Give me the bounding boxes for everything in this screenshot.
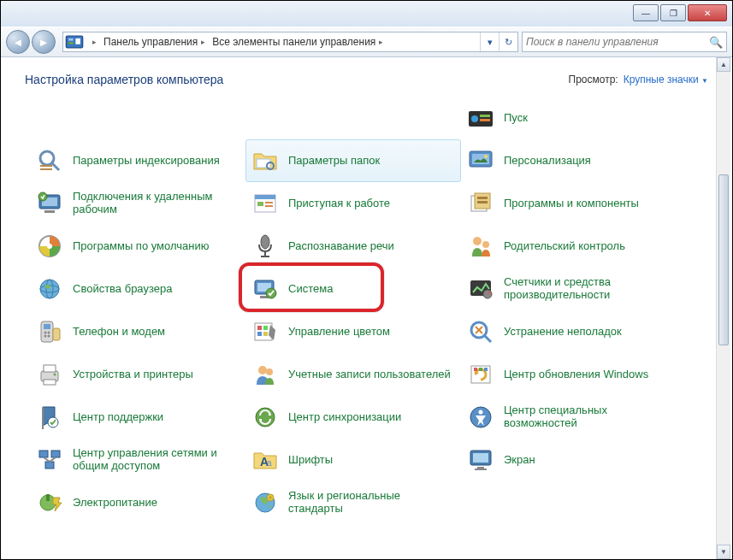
refresh-button[interactable]: ↻ bbox=[499, 32, 517, 51]
control-panel-item[interactable]: Приступая к работе bbox=[245, 182, 461, 225]
svg-rect-76 bbox=[39, 451, 48, 457]
control-panel-item[interactable]: Экран bbox=[461, 439, 677, 481]
item-label: Персонализация bbox=[504, 155, 591, 168]
svg-rect-58 bbox=[263, 332, 268, 336]
forward-button[interactable]: ► bbox=[32, 30, 56, 54]
programs-icon bbox=[466, 189, 495, 218]
control-panel-item[interactable]: Центр синхронизации bbox=[245, 396, 461, 439]
svg-point-16 bbox=[484, 155, 488, 158]
svg-rect-28 bbox=[477, 197, 488, 199]
search-input[interactable] bbox=[526, 36, 709, 48]
breadcrumb-seg2[interactable]: Все элементы панели управления▸ bbox=[209, 32, 387, 51]
nav-arrows: ◄ ► bbox=[6, 30, 59, 54]
back-button[interactable]: ◄ bbox=[6, 30, 30, 54]
item-label: Телефон и модем bbox=[73, 326, 165, 339]
svg-line-60 bbox=[484, 335, 491, 342]
svg-rect-11 bbox=[40, 168, 52, 170]
items-area: ПускПараметры индексированияПараметры па… bbox=[1, 97, 732, 559]
search-box[interactable]: 🔍 bbox=[522, 32, 727, 52]
control-panel-item[interactable] bbox=[30, 97, 245, 114]
item-label: Центр управления сетями и общим доступом bbox=[73, 447, 240, 473]
perf-icon bbox=[466, 274, 495, 304]
control-panel-item[interactable]: Язык и региональные стандарты bbox=[245, 481, 461, 524]
close-button[interactable]: ✕ bbox=[688, 4, 727, 21]
search-icon bbox=[35, 146, 64, 175]
control-panel-item[interactable]: Параметры индексирования bbox=[30, 139, 245, 182]
svg-rect-1 bbox=[68, 38, 74, 41]
view-dropdown[interactable]: Крупные значки ▼ bbox=[624, 74, 708, 85]
item-label: Устранение неполадок bbox=[504, 326, 622, 339]
control-panel-item[interactable]: Система bbox=[245, 268, 461, 310]
minimize-button[interactable]: — bbox=[633, 4, 659, 21]
update-icon bbox=[466, 360, 495, 389]
control-panel-item[interactable]: Центр специальных возможностей bbox=[461, 396, 677, 439]
svg-line-9 bbox=[52, 163, 59, 170]
control-panel-item[interactable]: Программы и компоненты bbox=[461, 182, 677, 225]
vertical-scrollbar[interactable]: ▲ ▼ bbox=[716, 57, 730, 559]
svg-point-8 bbox=[40, 151, 54, 165]
item-label: Управление цветом bbox=[288, 326, 390, 339]
control-panel-item[interactable]: Пуск bbox=[461, 97, 677, 139]
display-icon bbox=[466, 445, 495, 475]
control-panel-item[interactable]: Параметры папок bbox=[245, 139, 461, 182]
svg-rect-57 bbox=[257, 332, 262, 336]
item-label: Устройства и принтеры bbox=[73, 368, 193, 381]
item-label: Учетные записи пользователей bbox=[288, 368, 451, 381]
control-panel-item[interactable]: Центр обновления Windows bbox=[461, 353, 677, 396]
control-panel-item[interactable]: Распознавание речи bbox=[245, 225, 461, 268]
address-bar[interactable]: ▸ Панель управления▸ Все элементы панели… bbox=[62, 32, 518, 52]
control-panel-item[interactable]: Устройства и принтеры bbox=[30, 353, 245, 396]
svg-line-79 bbox=[44, 457, 50, 462]
control-panel-item[interactable]: Родительский контроль bbox=[461, 225, 677, 268]
svg-point-49 bbox=[44, 332, 47, 334]
control-panel-item[interactable]: Подключения к удаленным рабочим bbox=[30, 182, 245, 225]
control-panel-item[interactable]: Свойства браузера bbox=[30, 268, 245, 310]
control-panel-item[interactable]: Персонализация bbox=[461, 139, 677, 182]
control-panel-item[interactable]: Центр управления сетями и общим доступом bbox=[30, 439, 245, 481]
control-panel-item[interactable]: AaШрифты bbox=[245, 439, 461, 481]
control-panel-window: — ❐ ✕ ◄ ► ▸ Панель управления▸ Все элеме… bbox=[0, 0, 733, 560]
control-panel-item[interactable] bbox=[245, 97, 461, 114]
control-panel-item[interactable]: Управление цветом bbox=[245, 310, 461, 353]
svg-point-64 bbox=[54, 374, 56, 376]
svg-point-36 bbox=[482, 241, 489, 248]
svg-rect-19 bbox=[44, 210, 55, 213]
item-label: Центр специальных возможностей bbox=[504, 404, 671, 430]
parental-icon bbox=[466, 232, 495, 261]
item-label: Центр поддержки bbox=[73, 411, 163, 424]
scroll-down-button[interactable]: ▼ bbox=[717, 545, 730, 559]
phone-icon bbox=[35, 317, 64, 346]
control-panel-item[interactable]: Устранение неполадок bbox=[461, 310, 677, 353]
power-icon bbox=[35, 488, 64, 517]
svg-rect-86 bbox=[475, 469, 487, 470]
control-panel-item[interactable]: Центр поддержки bbox=[30, 396, 245, 439]
scroll-thumb[interactable] bbox=[718, 174, 729, 345]
system-icon bbox=[251, 274, 280, 304]
maximize-button[interactable]: ❐ bbox=[660, 4, 686, 21]
scroll-up-button[interactable]: ▲ bbox=[717, 57, 730, 72]
scroll-track[interactable] bbox=[717, 72, 730, 545]
breadcrumb-seg1[interactable]: Панель управления▸ bbox=[100, 32, 209, 51]
control-panel-item[interactable]: Программы по умолчанию bbox=[30, 225, 245, 268]
item-label: Распознавание речи bbox=[288, 240, 394, 253]
svg-rect-84 bbox=[473, 453, 488, 463]
item-label: Подключения к удаленным рабочим bbox=[73, 191, 240, 216]
fonts-icon: Aa bbox=[251, 445, 280, 475]
svg-point-75 bbox=[479, 410, 483, 415]
search-icon[interactable]: 🔍 bbox=[709, 36, 723, 49]
svg-rect-22 bbox=[255, 195, 275, 199]
page-title: Настройка параметров компьютера bbox=[25, 73, 223, 86]
ease-icon bbox=[466, 403, 495, 432]
view-label: Просмотр: bbox=[569, 74, 618, 85]
crumb-arrow[interactable]: ▸ bbox=[86, 32, 100, 51]
control-panel-item[interactable]: Электропитание bbox=[30, 481, 245, 524]
item-label: Электропитание bbox=[73, 497, 157, 510]
control-panel-item[interactable]: Учетные записи пользователей bbox=[245, 353, 461, 396]
network-icon bbox=[35, 445, 64, 475]
svg-rect-62 bbox=[44, 365, 56, 372]
item-label: Счетчики и средства производительности bbox=[504, 276, 671, 302]
address-dropdown-button[interactable]: ▾ bbox=[480, 32, 499, 51]
chevron-down-icon: ▼ bbox=[701, 77, 708, 85]
control-panel-item[interactable]: Телефон и модем bbox=[30, 310, 245, 353]
control-panel-item[interactable]: Счетчики и средства производительности bbox=[461, 268, 677, 310]
